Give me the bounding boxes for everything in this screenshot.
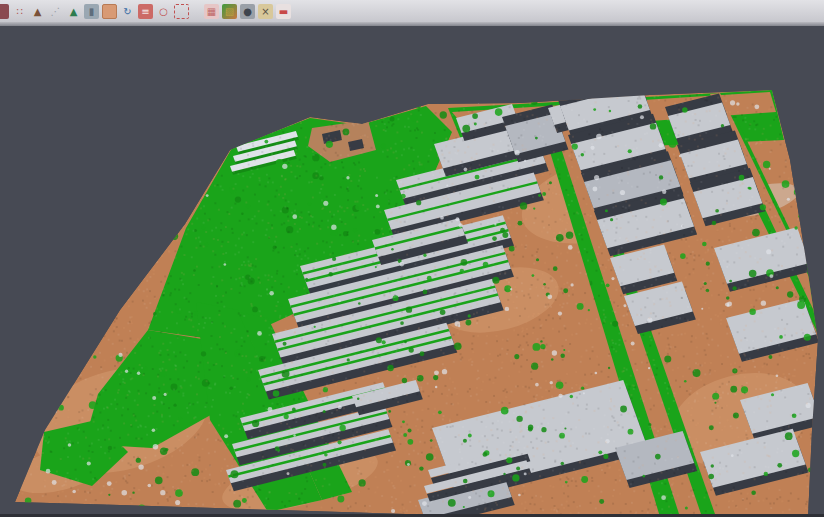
circle-selection-icon[interactable]: ○ — [156, 4, 171, 19]
tin-model-icon[interactable]: ▲ — [66, 4, 81, 19]
clear-selection-icon-glyph: × — [261, 4, 269, 19]
point-cloud-icon-glyph: ⋰ — [51, 4, 61, 19]
rotate-view-icon-glyph: ↻ — [123, 4, 131, 19]
grid-selection-icon[interactable]: ▦ — [204, 4, 219, 19]
app-icon[interactable] — [0, 4, 9, 19]
cross-section-icon-glyph: ∷ — [16, 4, 22, 19]
slice-tool-icon-glyph: ▮ — [89, 4, 95, 19]
attribute-list-icon[interactable]: ≡ — [138, 4, 153, 19]
point-cloud-icon[interactable]: ⋰ — [48, 4, 63, 19]
measure-tool-icon-glyph: ▬ — [279, 4, 288, 19]
cross-section-icon[interactable]: ∷ — [12, 4, 27, 19]
application-window: ∷▲⋰▲▮↻≡○▦▧●×▬ — [0, 0, 824, 517]
rectangle-selection-icon[interactable] — [174, 4, 189, 19]
rotate-view-icon[interactable]: ↻ — [120, 4, 135, 19]
orthoimage-icon[interactable] — [102, 4, 117, 19]
terrain-model-icon[interactable]: ▲ — [30, 4, 45, 19]
classification-icon[interactable]: ▧ — [222, 4, 237, 19]
attribute-list-icon-glyph: ≡ — [141, 4, 149, 19]
main-toolbar: ∷▲⋰▲▮↻≡○▦▧●×▬ — [0, 0, 824, 22]
sphere-render-icon[interactable]: ● — [240, 4, 255, 19]
toolbar-group-separator — [192, 4, 201, 19]
viewport-3d-point-cloud[interactable] — [0, 26, 824, 517]
measure-tool-icon[interactable]: ▬ — [276, 4, 291, 19]
classification-icon-glyph: ▧ — [225, 4, 234, 19]
terrain-model-icon-glyph: ▲ — [34, 4, 42, 19]
sphere-render-icon-glyph: ● — [243, 4, 252, 19]
tin-model-icon-glyph: ▲ — [70, 4, 78, 19]
circle-selection-icon-glyph: ○ — [159, 4, 168, 19]
clear-selection-icon[interactable]: × — [258, 4, 273, 19]
slice-tool-icon[interactable]: ▮ — [84, 4, 99, 19]
grid-selection-icon-glyph: ▦ — [207, 4, 216, 19]
